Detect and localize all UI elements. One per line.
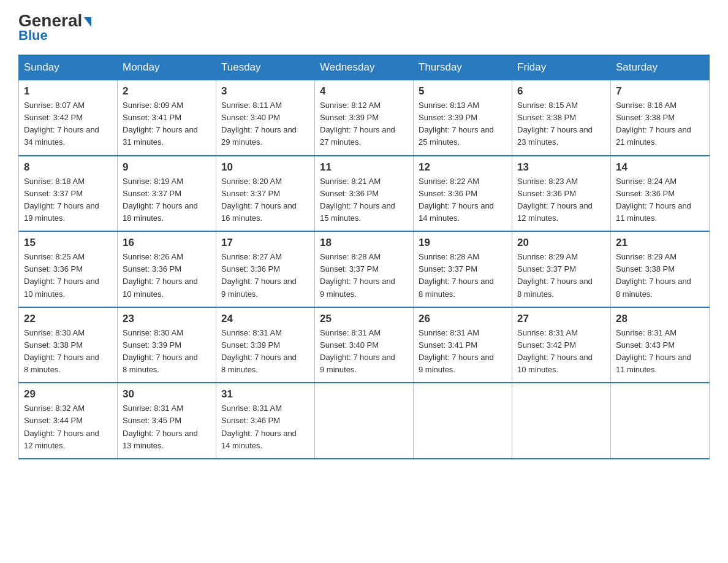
day-number: 9 xyxy=(123,161,211,174)
header-cell-tuesday: Tuesday xyxy=(216,55,315,80)
day-info: Sunrise: 8:28 AMSunset: 3:37 PMDaylight:… xyxy=(320,251,408,301)
day-number: 31 xyxy=(221,388,309,400)
day-cell: 25 Sunrise: 8:31 AMSunset: 3:40 PMDaylig… xyxy=(315,307,414,383)
day-info: Sunrise: 8:31 AMSunset: 3:39 PMDaylight:… xyxy=(221,327,309,377)
day-info: Sunrise: 8:16 AMSunset: 3:38 PMDaylight:… xyxy=(616,99,704,149)
day-info: Sunrise: 8:31 AMSunset: 3:45 PMDaylight:… xyxy=(123,402,211,452)
header-cell-sunday: Sunday xyxy=(19,55,118,80)
week-row-2: 8 Sunrise: 8:18 AMSunset: 3:37 PMDayligh… xyxy=(19,156,710,232)
day-cell: 8 Sunrise: 8:18 AMSunset: 3:37 PMDayligh… xyxy=(19,156,118,232)
day-cell: 6 Sunrise: 8:15 AMSunset: 3:38 PMDayligh… xyxy=(512,80,611,156)
day-number: 26 xyxy=(419,313,507,325)
day-number: 13 xyxy=(517,161,605,174)
day-info: Sunrise: 8:09 AMSunset: 3:41 PMDaylight:… xyxy=(123,99,211,149)
day-cell xyxy=(611,383,710,459)
day-number: 21 xyxy=(616,237,704,249)
week-row-1: 1 Sunrise: 8:07 AMSunset: 3:42 PMDayligh… xyxy=(19,80,710,156)
week-row-5: 29 Sunrise: 8:32 AMSunset: 3:44 PMDaylig… xyxy=(19,383,710,459)
day-number: 27 xyxy=(517,313,605,325)
day-info: Sunrise: 8:12 AMSunset: 3:39 PMDaylight:… xyxy=(320,99,408,149)
day-info: Sunrise: 8:24 AMSunset: 3:36 PMDaylight:… xyxy=(616,175,704,225)
day-number: 3 xyxy=(221,85,309,98)
day-info: Sunrise: 8:13 AMSunset: 3:39 PMDaylight:… xyxy=(419,99,507,149)
day-cell: 28 Sunrise: 8:31 AMSunset: 3:43 PMDaylig… xyxy=(611,307,710,383)
day-cell xyxy=(315,383,414,459)
day-number: 29 xyxy=(24,388,112,400)
day-number: 25 xyxy=(320,313,408,325)
week-row-4: 22 Sunrise: 8:30 AMSunset: 3:38 PMDaylig… xyxy=(19,307,710,383)
day-number: 5 xyxy=(419,85,507,98)
day-info: Sunrise: 8:11 AMSunset: 3:40 PMDaylight:… xyxy=(221,99,309,149)
day-info: Sunrise: 8:30 AMSunset: 3:39 PMDaylight:… xyxy=(123,327,211,377)
day-cell: 19 Sunrise: 8:28 AMSunset: 3:37 PMDaylig… xyxy=(414,231,512,307)
day-number: 24 xyxy=(221,313,309,325)
day-cell: 20 Sunrise: 8:29 AMSunset: 3:37 PMDaylig… xyxy=(512,231,611,307)
day-info: Sunrise: 8:31 AMSunset: 3:41 PMDaylight:… xyxy=(419,327,507,377)
day-info: Sunrise: 8:29 AMSunset: 3:38 PMDaylight:… xyxy=(616,251,704,301)
page-header: General Blue xyxy=(18,12,710,44)
header-cell-monday: Monday xyxy=(118,55,216,80)
day-cell: 7 Sunrise: 8:16 AMSunset: 3:38 PMDayligh… xyxy=(611,80,710,156)
day-number: 18 xyxy=(320,237,408,249)
day-cell: 22 Sunrise: 8:30 AMSunset: 3:38 PMDaylig… xyxy=(19,307,118,383)
day-info: Sunrise: 8:21 AMSunset: 3:36 PMDaylight:… xyxy=(320,175,408,225)
day-cell: 23 Sunrise: 8:30 AMSunset: 3:39 PMDaylig… xyxy=(118,307,216,383)
day-number: 4 xyxy=(320,85,408,98)
day-cell: 3 Sunrise: 8:11 AMSunset: 3:40 PMDayligh… xyxy=(216,80,315,156)
day-number: 7 xyxy=(616,85,704,98)
day-info: Sunrise: 8:07 AMSunset: 3:42 PMDaylight:… xyxy=(24,99,112,149)
day-number: 16 xyxy=(123,237,211,249)
day-cell: 4 Sunrise: 8:12 AMSunset: 3:39 PMDayligh… xyxy=(315,80,414,156)
day-info: Sunrise: 8:31 AMSunset: 3:43 PMDaylight:… xyxy=(616,327,704,377)
day-number: 19 xyxy=(419,237,507,249)
day-info: Sunrise: 8:28 AMSunset: 3:37 PMDaylight:… xyxy=(419,251,507,301)
day-cell xyxy=(414,383,512,459)
day-cell: 21 Sunrise: 8:29 AMSunset: 3:38 PMDaylig… xyxy=(611,231,710,307)
day-number: 2 xyxy=(123,85,211,98)
header-cell-thursday: Thursday xyxy=(414,55,512,80)
day-cell xyxy=(512,383,611,459)
header-cell-saturday: Saturday xyxy=(611,55,710,80)
day-cell: 1 Sunrise: 8:07 AMSunset: 3:42 PMDayligh… xyxy=(19,80,118,156)
day-info: Sunrise: 8:31 AMSunset: 3:46 PMDaylight:… xyxy=(221,402,309,452)
day-info: Sunrise: 8:26 AMSunset: 3:36 PMDaylight:… xyxy=(123,251,211,301)
day-number: 28 xyxy=(616,313,704,325)
header-cell-friday: Friday xyxy=(512,55,611,80)
day-number: 15 xyxy=(24,237,112,249)
day-cell: 29 Sunrise: 8:32 AMSunset: 3:44 PMDaylig… xyxy=(19,383,118,459)
day-info: Sunrise: 8:31 AMSunset: 3:42 PMDaylight:… xyxy=(517,327,605,377)
day-cell: 10 Sunrise: 8:20 AMSunset: 3:37 PMDaylig… xyxy=(216,156,315,232)
calendar-body: 1 Sunrise: 8:07 AMSunset: 3:42 PMDayligh… xyxy=(19,80,710,459)
day-number: 1 xyxy=(24,85,112,98)
day-info: Sunrise: 8:29 AMSunset: 3:37 PMDaylight:… xyxy=(517,251,605,301)
day-number: 8 xyxy=(24,161,112,174)
day-cell: 18 Sunrise: 8:28 AMSunset: 3:37 PMDaylig… xyxy=(315,231,414,307)
day-cell: 14 Sunrise: 8:24 AMSunset: 3:36 PMDaylig… xyxy=(611,156,710,232)
day-info: Sunrise: 8:32 AMSunset: 3:44 PMDaylight:… xyxy=(24,402,112,452)
day-cell: 9 Sunrise: 8:19 AMSunset: 3:37 PMDayligh… xyxy=(118,156,216,232)
day-cell: 11 Sunrise: 8:21 AMSunset: 3:36 PMDaylig… xyxy=(315,156,414,232)
day-cell: 30 Sunrise: 8:31 AMSunset: 3:45 PMDaylig… xyxy=(118,383,216,459)
day-number: 11 xyxy=(320,161,408,174)
day-number: 6 xyxy=(517,85,605,98)
day-number: 30 xyxy=(123,388,211,400)
day-cell: 24 Sunrise: 8:31 AMSunset: 3:39 PMDaylig… xyxy=(216,307,315,383)
day-cell: 27 Sunrise: 8:31 AMSunset: 3:42 PMDaylig… xyxy=(512,307,611,383)
day-info: Sunrise: 8:18 AMSunset: 3:37 PMDaylight:… xyxy=(24,175,112,225)
header-row: SundayMondayTuesdayWednesdayThursdayFrid… xyxy=(19,55,710,80)
day-info: Sunrise: 8:31 AMSunset: 3:40 PMDaylight:… xyxy=(320,327,408,377)
day-cell: 17 Sunrise: 8:27 AMSunset: 3:36 PMDaylig… xyxy=(216,231,315,307)
day-info: Sunrise: 8:20 AMSunset: 3:37 PMDaylight:… xyxy=(221,175,309,225)
day-info: Sunrise: 8:27 AMSunset: 3:36 PMDaylight:… xyxy=(221,251,309,301)
day-cell: 5 Sunrise: 8:13 AMSunset: 3:39 PMDayligh… xyxy=(414,80,512,156)
day-cell: 2 Sunrise: 8:09 AMSunset: 3:41 PMDayligh… xyxy=(118,80,216,156)
week-row-3: 15 Sunrise: 8:25 AMSunset: 3:36 PMDaylig… xyxy=(19,231,710,307)
day-info: Sunrise: 8:15 AMSunset: 3:38 PMDaylight:… xyxy=(517,99,605,149)
day-cell: 15 Sunrise: 8:25 AMSunset: 3:36 PMDaylig… xyxy=(19,231,118,307)
day-number: 23 xyxy=(123,313,211,325)
day-number: 17 xyxy=(221,237,309,249)
day-number: 12 xyxy=(419,161,507,174)
day-cell: 13 Sunrise: 8:23 AMSunset: 3:36 PMDaylig… xyxy=(512,156,611,232)
logo-blue-text: Blue xyxy=(18,28,48,44)
day-number: 20 xyxy=(517,237,605,249)
